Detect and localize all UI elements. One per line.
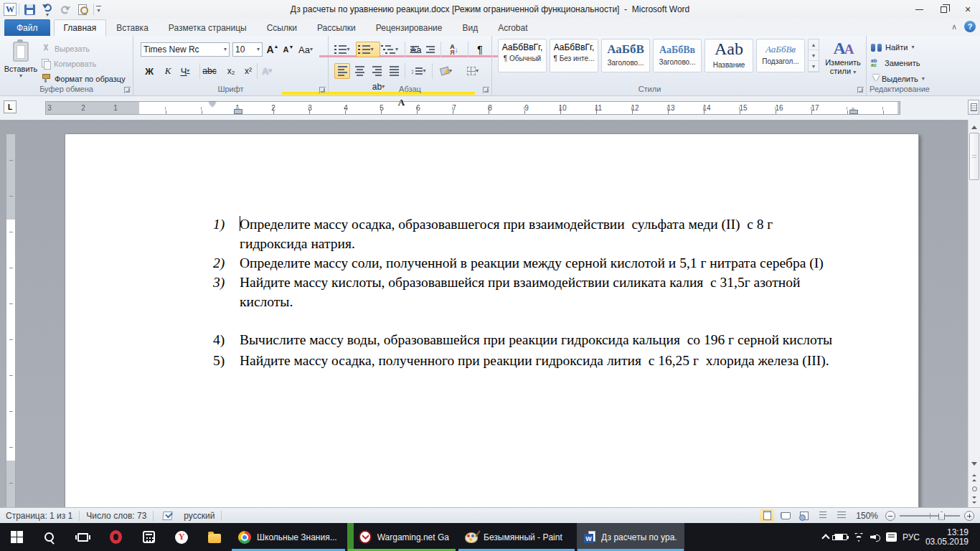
help-button[interactable]: ? xyxy=(964,21,976,32)
close-button[interactable]: × xyxy=(956,1,980,18)
previous-page-button[interactable] xyxy=(969,471,980,483)
tab-file[interactable]: Файл xyxy=(4,19,50,36)
page-indicator[interactable]: Страница: 1 из 1 xyxy=(6,511,72,521)
align-left-button[interactable] xyxy=(334,63,350,79)
language-switcher[interactable]: РУС xyxy=(903,532,920,542)
increase-indent-button[interactable] xyxy=(423,42,438,57)
wargaming-taskbar-button[interactable]: Wargaming.net Ga... xyxy=(347,523,456,551)
shrink-font-button[interactable]: А▼ xyxy=(281,42,296,57)
show-marks-button[interactable]: ¶ xyxy=(472,42,488,57)
italic-button[interactable]: К xyxy=(161,63,175,79)
justify-button[interactable] xyxy=(386,63,402,79)
shading-button[interactable]: ▾ xyxy=(435,63,458,79)
underline-button[interactable]: Ч▾ xyxy=(178,63,192,79)
line-spacing-button[interactable]: ↕ ▾ xyxy=(407,63,429,79)
battery-icon[interactable] xyxy=(834,534,847,540)
redo-button[interactable] xyxy=(57,2,73,17)
vertical-ruler[interactable] xyxy=(6,133,16,507)
paste-button[interactable]: Вставить ▾ xyxy=(4,39,37,92)
scroll-down-button[interactable] xyxy=(969,459,980,471)
paragraph-dialog-launcher[interactable] xyxy=(483,87,489,93)
replace-button[interactable]: abac Заменить xyxy=(871,56,920,70)
strikethrough-button[interactable]: abc xyxy=(202,63,217,79)
grow-font-button[interactable]: А▲ xyxy=(265,42,280,57)
paint-taskbar-button[interactable]: Безымянный - Paint xyxy=(458,523,575,551)
tab-insert[interactable]: Вставка xyxy=(106,19,159,36)
multilevel-list-button[interactable]: ▾ xyxy=(382,42,402,57)
scroll-up-button[interactable] xyxy=(969,120,980,132)
style-heading1[interactable]: АаБбВ Заголово... xyxy=(601,39,650,72)
decrease-indent-button[interactable] xyxy=(407,42,422,57)
draft-view-button[interactable] xyxy=(834,509,849,522)
clock[interactable]: 13:19 03.05.2019 xyxy=(925,528,969,547)
tab-review[interactable]: Рецензирование xyxy=(366,19,453,36)
underline-dropdown[interactable]: ▾ xyxy=(187,68,189,74)
web-layout-view-button[interactable] xyxy=(797,509,811,522)
customize-qat-button[interactable]: ▾ xyxy=(96,6,101,14)
restore-button[interactable] xyxy=(931,1,956,18)
change-case-button[interactable]: Аа▾ xyxy=(298,42,313,57)
align-right-button[interactable] xyxy=(369,63,385,79)
style-heading2[interactable]: АаБбВв Заголово... xyxy=(653,39,702,72)
select-browse-object-button[interactable] xyxy=(969,483,980,495)
find-button[interactable]: Найти▾ xyxy=(871,40,914,55)
task-view-button[interactable] xyxy=(66,523,99,551)
save-button[interactable] xyxy=(22,2,37,17)
numbering-button[interactable]: ▾ xyxy=(356,42,380,57)
right-indent-marker[interactable] xyxy=(849,106,857,114)
ruler-toggle-button[interactable] xyxy=(968,100,979,115)
font-size-combo[interactable]: 10▾ xyxy=(232,42,263,57)
notification-center-icon[interactable] xyxy=(886,532,897,542)
language-indicator[interactable]: русский xyxy=(184,511,215,521)
style-normal[interactable]: АаБбВвГг, ¶ Обычный xyxy=(498,39,547,72)
calculator-taskbar-button[interactable] xyxy=(132,523,165,551)
print-preview-button[interactable] xyxy=(75,2,91,17)
zoom-level[interactable]: 150% xyxy=(856,511,878,521)
minimize-button[interactable] xyxy=(907,1,931,18)
styles-gallery-more[interactable]: ▼ xyxy=(809,61,819,72)
undo-button[interactable]: ▾ xyxy=(39,2,55,17)
word-count[interactable]: Число слов: 73 xyxy=(86,511,146,521)
tab-acrobat[interactable]: Acrobat xyxy=(488,19,537,36)
print-layout-view-button[interactable] xyxy=(760,509,774,522)
paste-dropdown[interactable]: ▾ xyxy=(19,73,22,79)
zoom-slider-track[interactable] xyxy=(900,515,960,517)
taskbar-search-button[interactable] xyxy=(33,523,66,551)
hanging-indent-marker[interactable] xyxy=(234,105,241,114)
styles-dialog-launcher[interactable] xyxy=(857,87,864,93)
format-painter-button[interactable]: Формат по образцу xyxy=(42,71,126,86)
borders-button[interactable]: ▾ xyxy=(461,63,485,79)
styles-scroll-up[interactable]: ▲ xyxy=(809,39,819,50)
outline-view-button[interactable] xyxy=(816,509,830,522)
start-button[interactable] xyxy=(0,523,33,551)
sort-button[interactable]: АЯ ↓ xyxy=(443,42,465,57)
tab-references[interactable]: Ссылки xyxy=(257,19,307,36)
undo-dropdown[interactable]: ▾ xyxy=(46,12,49,18)
subscript-button[interactable]: x₂ xyxy=(224,63,238,79)
text-effects-button[interactable]: А▾ xyxy=(260,63,274,79)
file-explorer-button[interactable] xyxy=(198,523,231,551)
font-dialog-launcher[interactable] xyxy=(319,87,326,93)
tab-mailings[interactable]: Рассылки xyxy=(307,19,366,36)
styles-scroll-down[interactable]: ▼ xyxy=(809,50,819,61)
tab-home[interactable]: Главная xyxy=(54,19,107,36)
wifi-icon[interactable] xyxy=(853,533,864,542)
zoom-slider-thumb[interactable] xyxy=(938,512,945,520)
numbering-dropdown[interactable]: ▾ xyxy=(370,47,373,52)
style-subtitle[interactable]: АаБбВв Подзагол... xyxy=(756,39,805,72)
bold-button[interactable]: Ж xyxy=(142,63,156,79)
volume-icon[interactable] xyxy=(870,533,880,542)
next-page-button[interactable] xyxy=(969,495,980,507)
scrollbar-thumb[interactable] xyxy=(969,133,979,180)
document-content[interactable]: 1) Определите массу осадка, образовавшег… xyxy=(213,215,832,370)
reading-view-button[interactable] xyxy=(778,509,793,522)
bullets-button[interactable]: ▾ xyxy=(334,42,354,57)
tab-stop-selector[interactable]: L xyxy=(4,100,17,113)
style-no-spacing[interactable]: АаБбВвГг, ¶ Без инте... xyxy=(550,39,598,72)
vertical-scrollbar[interactable] xyxy=(968,120,980,507)
document-page[interactable]: 1) Определите массу осадка, образовавшег… xyxy=(65,133,919,507)
zoom-out-button[interactable] xyxy=(885,511,895,521)
tab-page-layout[interactable]: Разметка страницы xyxy=(159,19,257,36)
font-name-combo[interactable]: Times New Rc▾ xyxy=(141,42,230,57)
collapse-ribbon-icon[interactable]: ∧ xyxy=(951,22,957,32)
